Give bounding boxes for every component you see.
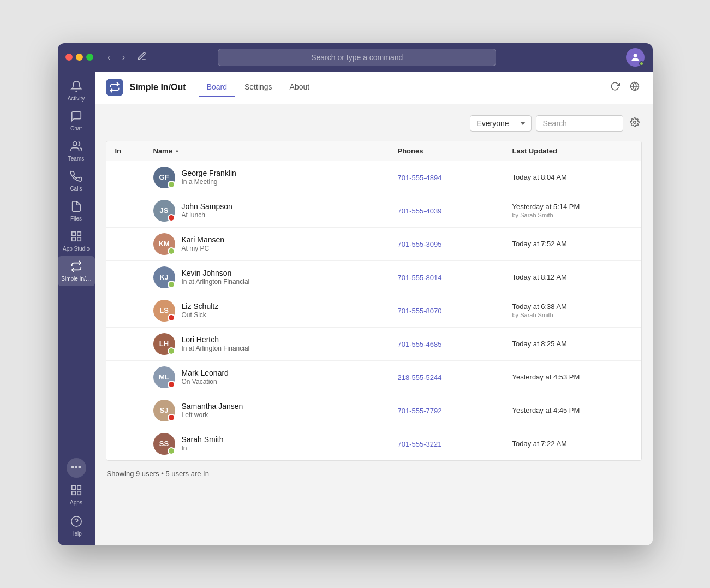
svg-rect-8 [77,491,80,494]
sidebar-item-calls[interactable]: Calls [58,166,95,196]
sidebar-label-teams: Teams [68,156,84,162]
phone-link[interactable]: 701-555-7792 [398,407,442,415]
table-row[interactable]: SS Sarah Smith In 701-555-3221 Today at … [106,427,641,460]
user-cell: LS Liz Schultz Out Sick [153,300,392,322]
user-info: Kari Mansen At my PC [182,235,225,252]
sidebar-item-help[interactable]: Help [58,511,95,541]
user-name: Lori Hertch [182,335,250,344]
last-updated-cell: Today at 7:22 AM [512,439,633,448]
sidebar-label-apps: Apps [70,500,82,506]
refresh-button[interactable] [608,79,622,96]
phone-link[interactable]: 701-555-3221 [398,440,442,448]
nav-settings[interactable]: Settings [237,78,280,97]
traffic-lights [65,54,93,61]
svg-rect-7 [77,485,80,489]
minimize-button[interactable] [76,54,83,61]
last-updated-text: Yesterday at 4:53 PM [512,373,633,381]
forward-button[interactable]: › [119,50,128,64]
simple-in-out-icon [70,260,82,274]
user-avatar-button[interactable] [626,48,645,67]
updated-by-text: by Sarah Smith [512,212,633,218]
app-studio-icon [70,230,82,244]
phone-link[interactable]: 701-555-4039 [398,207,442,215]
last-updated-text: Today at 8:04 AM [512,173,633,181]
table-row[interactable]: LH Lori Hertch In at Arlington Financial… [106,328,641,361]
table-row[interactable]: LS Liz Schultz Out Sick 701-555-8070 Tod… [106,294,641,328]
phone-link[interactable]: 701-555-8070 [398,307,442,315]
filter-bar: Everyone My Groups My Team [106,115,642,132]
sidebar-item-simple-in-out[interactable]: Simple In/… [58,256,95,286]
sidebar-item-activity[interactable]: Activity [58,76,95,106]
phone-cell: 701-555-4039 [398,206,507,216]
content-area: Simple In/Out Board Settings About [95,72,653,545]
phone-link[interactable]: 701-555-8014 [398,274,442,282]
nav-board[interactable]: Board [199,78,235,97]
sidebar-item-chat[interactable]: Chat [58,106,95,136]
avatar-status [168,314,175,322]
user-cell: SJ Samantha Jansen Left work [153,400,392,421]
last-updated-text: Yesterday at 4:45 PM [512,406,633,414]
back-button[interactable]: ‹ [104,50,114,64]
board-content: Everyone My Groups My Team In [95,104,653,545]
phone-link[interactable]: 701-555-4894 [398,174,442,182]
last-updated-text: Today at 7:22 AM [512,439,633,448]
sidebar: Activity Chat Teams [58,72,95,545]
user-status: In a Meeting [182,178,236,186]
close-button[interactable] [65,54,73,61]
table-row[interactable]: ML Mark Leonard On Vacation 218-555-5244… [106,361,641,394]
sidebar-item-app-studio[interactable]: App Studio [58,226,95,256]
search-input[interactable] [218,49,496,66]
search-bar[interactable] [218,49,496,66]
sidebar-item-teams[interactable]: Teams [58,136,95,166]
last-updated-cell: Today at 8:12 AM [512,273,633,281]
sidebar-item-apps[interactable]: Apps [58,480,95,510]
user-info: Liz Schultz Out Sick [182,302,219,319]
filter-settings-button[interactable] [628,115,642,132]
apps-icon [70,484,82,498]
last-updated-text: Today at 8:12 AM [512,273,633,281]
compose-button[interactable] [134,49,150,66]
avatar-wrap: ML [153,366,175,388]
phone-cell: 701-555-4685 [398,339,507,349]
avatar-status [168,281,175,288]
sidebar-item-files[interactable]: Files [58,196,95,226]
user-cell: SS Sarah Smith In [153,433,392,455]
user-status: In at Arlington Financial [182,345,250,352]
avatar-status [168,247,175,255]
user-status: At my PC [182,245,225,252]
svg-rect-3 [77,231,80,235]
col-name[interactable]: Name [153,147,392,155]
globe-button[interactable] [628,79,642,96]
user-cell: GF George Franklin In a Meeting [153,167,392,188]
avatar-status [168,447,175,455]
table-row[interactable]: KJ Kevin Johnson In at Arlington Financi… [106,261,641,294]
table-row[interactable]: JS John Sampson At lunch 701-555-4039 Ye… [106,194,641,228]
phone-link[interactable]: 701-555-4685 [398,340,442,348]
user-info: Samantha Jansen Left work [182,402,243,419]
last-updated-cell: Yesterday at 5:14 PM by Sarah Smith [512,203,633,218]
avatar-wrap: KM [153,233,175,255]
user-status: At lunch [182,211,232,219]
user-name: John Sampson [182,202,232,211]
phone-link[interactable]: 701-555-3095 [398,240,442,248]
phone-cell: 701-555-4894 [398,173,507,182]
last-updated-cell: Today at 6:38 AM by Sarah Smith [512,302,633,318]
col-in: In [115,147,148,155]
group-filter-select[interactable]: Everyone My Groups My Team [470,115,532,132]
maximize-button[interactable] [86,54,93,61]
filter-search-input[interactable] [536,115,623,132]
user-info: Lori Hertch In at Arlington Financial [182,335,250,352]
svg-rect-5 [71,237,75,240]
sidebar-label-app-studio: App Studio [63,246,90,252]
svg-point-14 [633,121,636,123]
phone-link[interactable]: 218-555-5244 [398,373,442,382]
table-row[interactable]: GF George Franklin In a Meeting 701-555-… [106,161,641,194]
col-phones: Phones [398,147,507,155]
last-updated-text: Yesterday at 5:14 PM [512,203,633,211]
avatar-wrap: LH [153,333,175,355]
more-button[interactable]: ••• [67,458,86,478]
user-status: In at Arlington Financial [182,278,250,286]
nav-about[interactable]: About [282,78,318,97]
table-row[interactable]: KM Kari Mansen At my PC 701-555-3095 Tod… [106,228,641,261]
table-row[interactable]: SJ Samantha Jansen Left work 701-555-779… [106,394,641,427]
